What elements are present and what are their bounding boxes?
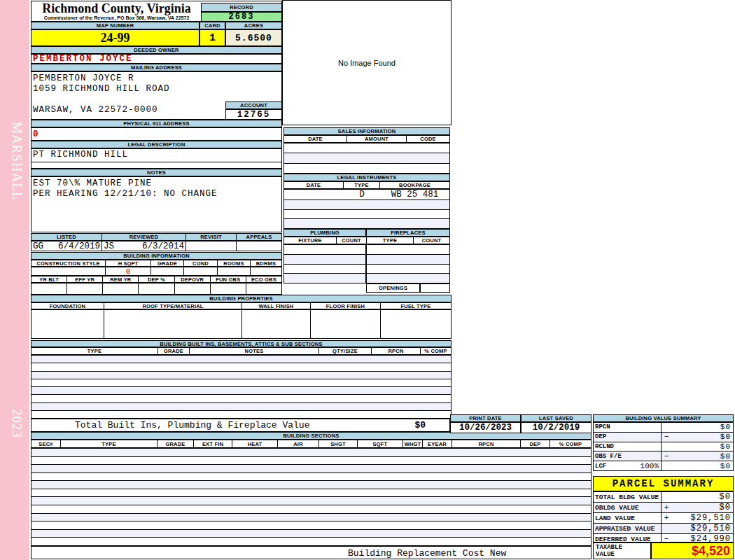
bs-extfin-header: EXT FIN — [194, 440, 232, 447]
taxable-value-label: TAXABLE VALUE — [593, 542, 651, 559]
table-row — [367, 265, 449, 274]
card-value: 1 — [200, 29, 225, 46]
table-row — [31, 372, 451, 379]
bs-comp-header: % COMP — [550, 440, 591, 447]
row-operator — [662, 524, 671, 533]
fixture-header: FIXTURE — [284, 237, 337, 244]
notes-header: NOTES — [31, 169, 282, 176]
fueltype-header: FUEL TYPE — [381, 303, 451, 309]
legal-description-value: PT RICHMOND HILL — [31, 149, 281, 162]
building-value-summary-header: BUILDING VALUE SUMMARY — [593, 414, 734, 422]
record-header: RECORD — [201, 3, 282, 12]
acres-value: 5.6500 — [225, 29, 282, 46]
building-properties-col-headers: FOUNDATION ROOF TYPE/MATERIAL WALL FINIS… — [31, 302, 451, 309]
acres-header: ACRES — [225, 22, 282, 29]
table-row — [31, 465, 591, 473]
parcel-summary-rows: TOTAL BLDG VALUE $0 OBLDG VALUE + $0 LAN… — [593, 491, 734, 542]
openings-value — [420, 284, 450, 293]
review-value-row: GG6/4/2019 JS6/3/2014 — [31, 241, 282, 251]
building-sections-footer: Building Replacement Cost New — [31, 546, 592, 559]
table-row — [284, 153, 449, 163]
lcf-label: LCF — [595, 463, 606, 470]
notes-line: EST 70\% MATURE PINE — [33, 178, 280, 189]
row-label: DEP — [594, 433, 662, 442]
rooms-value — [218, 267, 251, 275]
bs-eyear-header: EYEAR — [423, 440, 452, 447]
mailing-line: PEMBERTON JOYCE R — [33, 74, 280, 84]
wallfinish-header: WALL FINISH — [242, 303, 311, 309]
fireplaces-header: FIREPLACES — [366, 229, 450, 237]
sales-col-headers: DATE AMOUNT CODE — [284, 135, 450, 143]
taxable-value: $4,520 — [651, 542, 734, 559]
print-date-value: 10/26/2023 — [450, 422, 521, 433]
row-operator: + — [662, 503, 671, 512]
revisit-header: REVISIT — [186, 234, 237, 240]
wallfinish-value — [242, 310, 311, 338]
sales-rows — [284, 143, 450, 174]
building-information-header: BUILDING INFORMATION — [31, 252, 282, 260]
bs-rpcn-header: RPCN — [452, 440, 521, 447]
map-number-header: MAP NUMBER — [31, 22, 200, 29]
record-value: 2683 — [201, 12, 282, 22]
bs-grade-header: GRADE — [158, 440, 194, 447]
table-row — [284, 210, 449, 220]
row-value: $29,510 — [671, 513, 733, 523]
table-row — [31, 457, 591, 465]
appeals-header: APPEALS — [237, 234, 281, 240]
building-value-summary-rows: RPCN $0 DEP − $0 RCLND $0 OBS F/E − $0 L… — [593, 422, 734, 471]
table-row — [284, 245, 365, 255]
floorfinish-header: FLOOR FINISH — [311, 303, 381, 309]
summary-row: APPRAISED VALUE $29,510 — [594, 524, 733, 534]
legal-description-box: PT RICHMOND HILL — [31, 148, 282, 169]
building-properties-values — [31, 309, 451, 339]
reviewed-header: REVIEWED — [102, 234, 186, 240]
depovr-header: DEPOVR — [175, 276, 211, 282]
table-row — [367, 274, 449, 283]
hsqft-value: 0 — [106, 267, 151, 275]
summary-row: RPCN $0 — [594, 423, 733, 433]
fueltype-value — [381, 310, 451, 338]
row-label: OBLDG VALUE — [594, 503, 662, 512]
table-row — [31, 379, 451, 387]
summary-row: LCF100% $0 — [594, 461, 733, 470]
card-header: CARD — [200, 22, 225, 29]
grade-header: GRADE — [151, 260, 184, 266]
built-ins-col-headers: TYPE GRADE NOTES QTY/SIZE RPCN % COMP — [31, 347, 451, 355]
bs-sec-header: SEC# — [31, 440, 61, 447]
foundation-value — [31, 310, 104, 338]
print-date-header: PRINT DATE — [450, 414, 521, 422]
row-label: OBS F/E — [594, 451, 662, 461]
remyr-header: REM YR — [103, 276, 139, 282]
mailing-address-header: MAILING ADDRESS — [31, 64, 282, 71]
last-saved-value: 10/2/2019 — [521, 422, 592, 433]
row-label: LAND VALUE — [594, 513, 662, 523]
county-subtitle: Commissioner of the Revenue, PO Box 366,… — [31, 15, 202, 20]
li-date-value — [284, 190, 344, 200]
building-sections-rows — [31, 448, 592, 546]
funobs-header: FUN OBS — [211, 276, 246, 282]
li-type-value: D — [344, 190, 380, 200]
table-row — [31, 530, 591, 538]
table-row — [367, 245, 449, 255]
bdrms-header: BDRMS — [251, 260, 281, 266]
row-operator — [662, 492, 671, 502]
bi-notes-header: NOTES — [190, 348, 319, 354]
cond-value — [184, 267, 218, 275]
lcf-percent: 100% — [640, 462, 661, 470]
sales-date-header: DATE — [284, 136, 347, 142]
bs-whgt-header: WHGT — [403, 440, 423, 447]
listed-date: 6/4/2019 — [58, 241, 100, 251]
remyr-value — [103, 284, 139, 294]
bi-qty-header: QTY/SIZE — [319, 348, 372, 354]
row-value: $0 — [671, 442, 733, 451]
review-header-row: LISTED REVIEWED REVISIT APPEALS — [31, 233, 282, 241]
foundation-header: FOUNDATION — [31, 303, 104, 309]
bs-shgt-header: SHGT — [319, 440, 358, 447]
total-built-ins-label: Total Built Ins, Plumbing & Fireplace Va… — [75, 420, 309, 430]
yrblt-header: YR BLT — [31, 276, 67, 282]
bs-type-header: TYPE — [61, 440, 158, 447]
floorfinish-value — [311, 310, 381, 338]
building-info-row2-headers: YR BLT EFF YR REM YR DEP % DEPOVR FUN OB… — [31, 276, 282, 283]
plumbing-rows — [284, 244, 366, 284]
summary-row: OBS F/E − $0 — [594, 451, 733, 461]
